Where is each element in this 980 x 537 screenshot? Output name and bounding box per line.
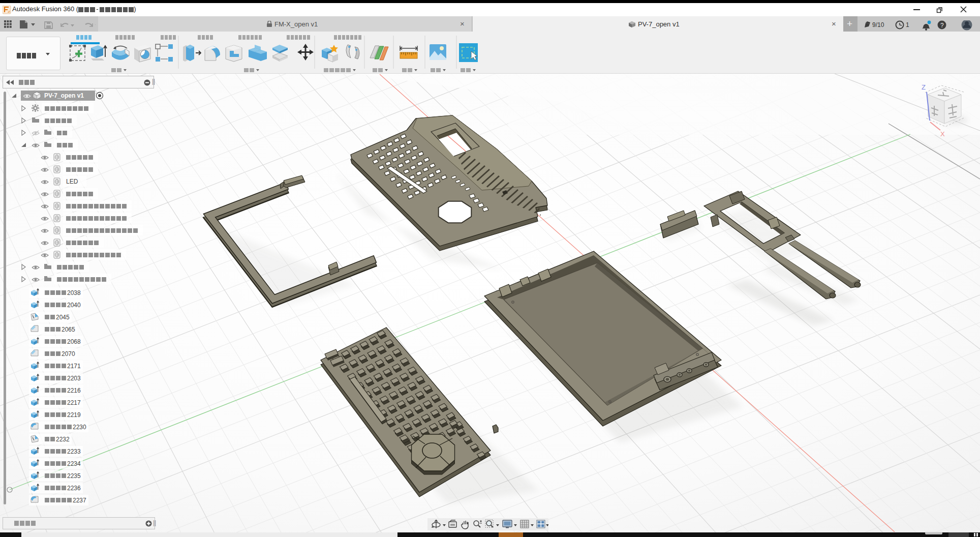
svg-text:1: 1: [906, 21, 909, 28]
svg-text:X: X: [940, 130, 945, 138]
svg-text:Z: Z: [922, 83, 926, 91]
svg-text:9/10: 9/10: [872, 21, 884, 28]
svg-text:?: ?: [940, 22, 944, 29]
